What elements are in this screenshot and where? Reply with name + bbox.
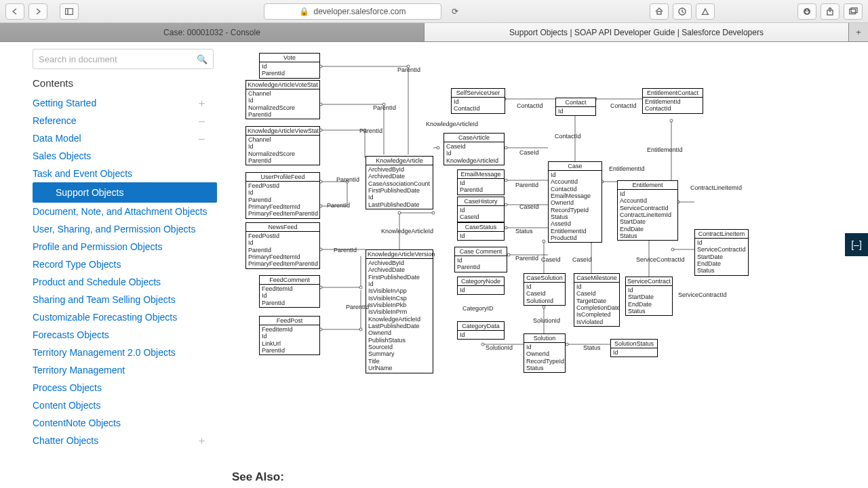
collapse-icon[interactable]: – [199, 133, 205, 145]
edge-label: ParentId [327, 202, 350, 209]
reading-list-button[interactable] [696, 3, 715, 20]
share-button[interactable] [821, 3, 840, 20]
edge-label: ContractLineItemId [690, 184, 742, 191]
contents-heading: Contents [33, 77, 217, 89]
back-button[interactable] [5, 3, 24, 20]
nav-link[interactable]: Task and Event Objects [33, 168, 132, 179]
entity-EmailMessage: EmailMessageId ParentId [457, 169, 505, 195]
nav-item[interactable]: Chatter Objects+ [33, 432, 217, 449]
nav-item[interactable]: Document, Note, and Attachment Objects [33, 203, 217, 220]
downloads-button[interactable] [797, 3, 816, 20]
entity-fields: Id [556, 107, 595, 115]
nav-link[interactable]: Forecasts Objects [33, 329, 109, 340]
nav-item[interactable]: Product and Schedule Objects [33, 273, 217, 291]
tabs-button[interactable] [844, 3, 863, 20]
svg-point-78 [432, 211, 435, 214]
entity-SelfServiceUser: SelfServiceUserId ContactId [451, 88, 505, 114]
search-input[interactable]: Search in document 🔍 [33, 49, 214, 69]
entity-fields: Id AccountId ContactId EmailMessage Owne… [549, 171, 601, 242]
home-button[interactable] [650, 3, 669, 20]
nav-link[interactable]: Territory Management 2.0 Objects [33, 347, 176, 358]
nav-item[interactable]: Forecasts Objects [33, 326, 217, 344]
nav-item[interactable]: Territory Management 2.0 Objects [33, 344, 217, 361]
nav-item[interactable]: User, Sharing, and Permission Objects [33, 220, 217, 238]
nav-item[interactable]: Content Objects [33, 396, 217, 414]
edge-label: CaseId [541, 256, 561, 263]
expand-icon[interactable]: + [199, 435, 205, 447]
edge-label: Status [583, 344, 601, 351]
entity-fields: Id [611, 348, 657, 357]
nav-link[interactable]: Document, Note, and Attachment Objects [33, 206, 208, 217]
nav-link[interactable]: Product and Schedule Objects [33, 277, 161, 287]
nav-item[interactable]: Record Type Objects [33, 256, 217, 273]
entity-Case: CaseId AccountId ContactId EmailMessage … [548, 161, 602, 243]
nav-item[interactable]: Process Objects [33, 379, 217, 396]
edge-label: EntitlementId [647, 146, 683, 153]
nav-link[interactable]: Customizable Forecasting Objects [33, 312, 177, 323]
entity-NewsFeed: NewsFeedFeedPostId Id ParentId PrimaryFe… [245, 222, 320, 269]
entity-fields: Id CaseId [458, 206, 504, 222]
nav-link[interactable]: Territory Management [33, 365, 125, 375]
expand-icon[interactable]: + [199, 98, 205, 110]
nav-item[interactable]: Sharing and Team Selling Objects [33, 291, 217, 308]
entity-Entitlement: EntitlementId AccountId ServiceContractI… [617, 180, 678, 241]
nav-link[interactable]: Getting Started [33, 98, 96, 108]
collapse-toggle[interactable]: [–] [845, 233, 868, 256]
nav-link[interactable]: Sharing and Team Selling Objects [33, 294, 176, 305]
entity-fields: CaseId Id KnowledgeArticleId [444, 142, 504, 165]
entity-EntitlementContact: EntitlementContactEntitlementId ContactI… [642, 88, 703, 114]
sidebar-toggle-button[interactable] [60, 3, 79, 20]
entity-title: Solution [524, 334, 565, 343]
erd-diagram: VoteId ParentIdKnowledgeArticleVoteStatC… [232, 46, 856, 466]
entity-CaseHistory: CaseHistoryId CaseId [457, 197, 505, 222]
nav-link-selected[interactable]: Support Objects [33, 182, 217, 203]
nav-link[interactable]: Data Model [33, 133, 81, 144]
svg-rect-0 [66, 8, 73, 14]
nav-item[interactable]: Territory Management [33, 361, 217, 379]
nav-item[interactable]: Task and Event Objects [33, 165, 217, 182]
entity-fields: Id [458, 232, 504, 240]
address-bar[interactable]: 🔒 developer.salesforce.com [264, 3, 442, 20]
forward-button[interactable] [28, 3, 47, 20]
nav-item[interactable]: Sales Objects [33, 147, 217, 165]
nav-link[interactable]: Chatter Objects [33, 435, 98, 446]
nav-link[interactable]: ContentNote Objects [33, 418, 121, 428]
nav-link[interactable]: Process Objects [33, 382, 102, 393]
reload-button[interactable]: ⟳ [446, 3, 465, 20]
entity-SolutionStatus: SolutionStatusId [610, 339, 658, 357]
nav-link[interactable]: Profile and Permission Objects [33, 241, 162, 252]
nav-item[interactable]: Getting Started+ [33, 94, 217, 112]
entity-fields: Channel Id NormalizedScore ParentId [246, 89, 319, 119]
tab-label: Case: 00001032 - Console [163, 28, 260, 37]
svg-rect-8 [851, 8, 857, 13]
nav-item[interactable]: Data Model– [33, 129, 217, 147]
tab-1[interactable]: Support Objects | SOAP API Developer Gui… [425, 23, 849, 41]
entity-title: CaseArticle [444, 134, 504, 142]
tab-0[interactable]: Case: 00001032 - Console [0, 23, 425, 41]
nav-item[interactable]: Profile and Permission Objects [33, 238, 217, 256]
entity-title: KnowledgeArticleVersion [366, 250, 433, 259]
history-button[interactable] [673, 3, 692, 20]
nav-link[interactable]: Sales Objects [33, 150, 91, 161]
entity-fields: Id ParentId [455, 256, 507, 272]
svg-point-46 [437, 146, 439, 149]
nav-item[interactable]: Customizable Forecasting Objects [33, 308, 217, 326]
nav-item[interactable]: ContentNote Objects [33, 414, 217, 432]
edge-label: EntitlementId [609, 165, 645, 172]
address-text: developer.salesforce.com [313, 7, 406, 16]
nav-link[interactable]: Content Objects [33, 400, 100, 411]
entity-fields: FeedPostId Id ParentId PrimaryFeedItemId… [246, 232, 319, 268]
entity-title: KnowledgeArticleVoteStat [246, 81, 319, 89]
entity-fields: ArchivedById ArchivedDate FirstPublished… [366, 259, 433, 373]
new-tab-button[interactable]: + [849, 23, 868, 41]
entity-title: CaseHistory [458, 197, 504, 206]
nav-item[interactable]: Reference– [33, 112, 217, 129]
edge-label: SolutionId [533, 317, 560, 324]
nav-link[interactable]: User, Sharing, and Permission Objects [33, 224, 195, 235]
lock-icon: 🔒 [299, 7, 309, 16]
nav-item[interactable]: Support Objects [33, 182, 217, 203]
collapse-icon[interactable]: – [199, 115, 205, 127]
nav-link[interactable]: Record Type Objects [33, 259, 121, 270]
nav-link[interactable]: Reference [33, 115, 77, 126]
entity-title: CategoryNode [458, 277, 504, 286]
